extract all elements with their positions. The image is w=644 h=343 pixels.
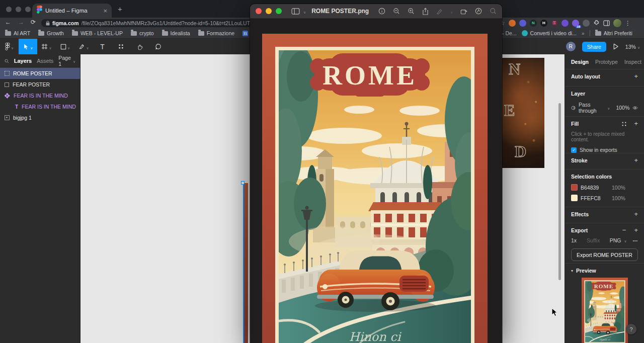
extension-icon-purple[interactable] xyxy=(561,20,569,27)
close-button[interactable] xyxy=(256,8,262,14)
browser-tab[interactable]: Untitled – Figma xyxy=(32,4,112,18)
extension-icon-indigo[interactable] xyxy=(519,20,526,27)
puzzle-extensions-icon[interactable] xyxy=(593,20,600,26)
show-in-exports-checkbox[interactable]: ✓ xyxy=(571,147,577,153)
remove-export-icon[interactable] xyxy=(622,228,626,233)
user-avatar[interactable]: R xyxy=(566,42,576,51)
tab-inspect[interactable]: Inspect xyxy=(624,59,641,65)
bookmark-folder-formazione[interactable]: Formazione xyxy=(198,30,234,36)
add-fill-icon[interactable] xyxy=(634,121,638,126)
zoom-level-control[interactable]: 13% xyxy=(625,44,640,50)
blend-mode-icon[interactable] xyxy=(571,105,576,111)
info-icon[interactable] xyxy=(378,8,385,15)
sidebar-toggle-icon[interactable] xyxy=(291,8,300,15)
comment-tool[interactable] xyxy=(149,39,168,54)
zoom-out-icon[interactable] xyxy=(393,8,400,15)
extension-icon-key[interactable]: ⚿ xyxy=(551,20,558,27)
bookmark-folder-ai-art[interactable]: AI ART xyxy=(5,30,30,36)
new-tab-button[interactable] xyxy=(118,5,122,13)
frame-tool[interactable] xyxy=(37,39,56,54)
layer-opacity-value[interactable]: 100% xyxy=(616,105,629,111)
browser-window-controls[interactable] xyxy=(6,7,31,12)
add-auto-layout-icon[interactable] xyxy=(634,74,638,79)
zoom-in-icon[interactable] xyxy=(408,8,415,15)
tab-layers[interactable]: Layers xyxy=(14,58,32,64)
share-icon[interactable] xyxy=(422,8,429,15)
extension-icon-orange[interactable] xyxy=(509,20,516,27)
canvas-scrollbar[interactable] xyxy=(558,103,561,280)
present-play-icon[interactable] xyxy=(613,43,619,50)
share-button[interactable]: Share xyxy=(582,42,606,52)
selection-corner-handle[interactable] xyxy=(241,181,245,185)
extension-icon-h[interactable]: H xyxy=(540,20,547,27)
export-suffix-field[interactable]: Suffix xyxy=(587,237,600,243)
layer-row-fear-poster[interactable]: FEAR POSTER xyxy=(0,79,80,90)
layer-row-bigjpg[interactable]: bigjpg 1 xyxy=(0,112,80,123)
window-zoom-button[interactable] xyxy=(25,7,31,12)
resources-tool[interactable] xyxy=(112,39,130,54)
reload-button[interactable] xyxy=(31,19,36,26)
bookmark-folder-web-level-up[interactable]: WEB - LEVEL-UP xyxy=(72,30,123,36)
fear-poster-canvas-object[interactable]: N E D xyxy=(502,58,544,168)
bookmark-partial[interactable]: - De... xyxy=(502,30,517,36)
fullscreen-button[interactable] xyxy=(276,8,282,14)
styles-icon[interactable] xyxy=(621,121,627,127)
export-scale[interactable]: 1x xyxy=(571,237,577,243)
back-button[interactable] xyxy=(5,19,11,26)
side-panel-icon[interactable] xyxy=(603,20,610,26)
search-icon[interactable] xyxy=(490,8,497,15)
shape-tool[interactable] xyxy=(56,39,74,54)
extension-icon-gray[interactable] xyxy=(583,20,590,27)
color-swatch-red[interactable] xyxy=(571,184,578,191)
color-opacity[interactable]: 100% xyxy=(612,195,625,201)
add-effect-icon[interactable] xyxy=(634,212,638,217)
layer-row-fear-component[interactable]: FEAR IS IN THE MIND xyxy=(0,90,80,101)
pen-tool[interactable] xyxy=(74,39,93,54)
bookmark-folder-growth[interactable]: Growth xyxy=(38,30,64,36)
bookmark-folder-crypto[interactable]: crypto xyxy=(131,30,154,36)
layer-row-rome-poster[interactable]: ROME POSTER xyxy=(0,68,80,79)
tab-prototype[interactable]: Prototype xyxy=(595,59,618,65)
browser-profile-avatar[interactable] xyxy=(613,19,621,27)
preview-disclosure[interactable]: Preview xyxy=(571,268,638,274)
color-swatch-cream[interactable] xyxy=(571,195,578,201)
help-button[interactable]: ? xyxy=(626,324,636,334)
add-export-icon[interactable] xyxy=(634,228,638,233)
window-close-button[interactable] xyxy=(6,7,12,12)
export-options-icon[interactable] xyxy=(633,239,638,242)
export-rome-poster-button[interactable]: Export ROME POSTER xyxy=(571,248,638,261)
selection-color-row[interactable]: FFEFC8 100% xyxy=(571,195,638,201)
search-icon[interactable] xyxy=(5,58,9,64)
add-stroke-icon[interactable] xyxy=(634,158,638,163)
rome-poster-canvas-edge[interactable] xyxy=(243,183,248,343)
move-tool[interactable] xyxy=(19,39,37,54)
markup-toolbar-icon[interactable] xyxy=(475,8,482,15)
preview-app-window[interactable]: ROME POSTER.png xyxy=(250,4,502,343)
blend-mode-value[interactable]: Pass through xyxy=(579,102,604,114)
export-format-dropdown[interactable]: PNG xyxy=(610,237,621,243)
extension-icon-badged[interactable]: 18 xyxy=(572,20,579,27)
layer-row-fear-text[interactable]: T FEAR IS IN THE MIND xyxy=(0,101,80,112)
rotate-icon[interactable] xyxy=(460,8,467,15)
selection-color-row[interactable]: B64839 100% xyxy=(571,184,638,191)
preview-window-controls[interactable] xyxy=(256,8,282,14)
hand-tool[interactable] xyxy=(130,39,149,54)
bookmark-other-favorites[interactable]: Altri Preferiti xyxy=(595,30,632,36)
bookmarks-overflow-chevron[interactable]: » xyxy=(582,30,585,36)
forward-button[interactable] xyxy=(18,19,24,26)
bookmark-folder-idealista[interactable]: Idealista xyxy=(162,30,190,36)
window-minimize-button[interactable] xyxy=(16,7,21,12)
chevron-down-icon[interactable] xyxy=(303,7,306,16)
text-tool[interactable]: T xyxy=(93,39,112,54)
extension-icon-n[interactable]: N xyxy=(530,20,537,27)
color-opacity[interactable]: 100% xyxy=(612,185,625,191)
browser-menu-icon[interactable] xyxy=(625,20,631,27)
figma-main-menu[interactable] xyxy=(0,39,19,54)
bookmark-video-converter[interactable]: Converti i video di... xyxy=(522,30,577,36)
color-hex[interactable]: B64839 xyxy=(581,185,609,191)
color-hex[interactable]: FFEFC8 xyxy=(581,195,609,201)
preview-title-bar[interactable]: ROME POSTER.png xyxy=(250,4,502,19)
tab-assets[interactable]: Assets xyxy=(37,58,53,64)
minimize-button[interactable] xyxy=(266,8,272,14)
visibility-eye-icon[interactable] xyxy=(632,106,638,110)
